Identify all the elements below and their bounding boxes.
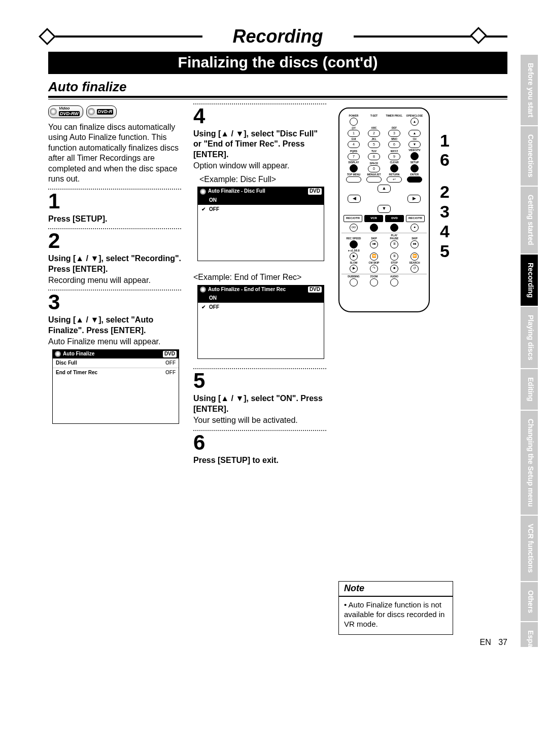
remote-9-button: 9	[388, 153, 400, 160]
osd-key: End of Timer Rec	[56, 370, 159, 376]
remote-navpad: ▲ ▼ ◀ ▶	[344, 185, 425, 213]
callout-3: 3	[440, 202, 450, 222]
side-tab-playing-discs[interactable]: Playing discs	[521, 307, 538, 368]
osd-option-label: OFF	[209, 304, 219, 311]
remote-mode-row: REC/OTR VCR DVD REC/OTR	[344, 215, 425, 222]
remote-label-tset: T-SET	[370, 115, 378, 117]
remote-label-pqrs: PQRS	[350, 150, 357, 153]
remote-play-button: ▶	[350, 253, 358, 261]
side-tab-changing-the-setup-menu[interactable]: Changing the Setup menu	[521, 411, 538, 515]
osd-disc-full: Auto Finalize - Disc Full DVD ON ✔OFF	[197, 187, 324, 261]
side-tab-espa-ol[interactable]: Español	[521, 622, 538, 647]
callout-5: 5	[440, 241, 450, 261]
disc-icon	[88, 108, 95, 115]
remote-label-def: DEF	[392, 127, 397, 129]
left-column: Video DVD-RW DVD-R You can finalize disc…	[48, 103, 181, 635]
remote-down-button: ▼	[378, 205, 391, 213]
example-caption-2: <Example: End of Timer Rec>	[193, 272, 326, 282]
remote-recotr-mode: REC/OTR	[344, 215, 362, 222]
remote-cmskip-button: ↷	[370, 265, 378, 273]
remote-label-dubbing: DUBBING	[348, 275, 359, 278]
remote-power-button	[350, 118, 358, 126]
disc-icon	[200, 189, 206, 195]
disc-icon	[50, 108, 57, 115]
step-divider	[48, 228, 181, 229]
side-tab-before-you-start[interactable]: Before you start	[521, 55, 538, 125]
step-divider	[193, 368, 326, 369]
remote-label-space: SPACE	[370, 162, 379, 165]
osd-option-on: ON	[198, 196, 324, 205]
remote-label-jkl: JKL	[371, 138, 376, 140]
step-divider	[48, 189, 181, 190]
check-icon: ✔	[201, 206, 206, 213]
step-number-6: 6	[193, 432, 326, 453]
remote-stop-button: ■	[390, 265, 398, 273]
osd-option-label: OFF	[209, 206, 219, 213]
side-tab-editing[interactable]: Editing	[521, 369, 538, 409]
remote-openclose-button: ▲	[410, 118, 419, 126]
remote-label-power: POWER	[349, 115, 359, 117]
remote-return-button: ↩	[387, 176, 402, 183]
remote-label-play: PLAY	[391, 234, 398, 237]
step-number-1: 1	[48, 191, 181, 212]
remote-dubbing-button	[350, 278, 358, 286]
badge-sublabel: Video	[59, 106, 80, 111]
step-3-instruction: Using [▲ / ▼], select "Auto Finalize". P…	[48, 315, 181, 336]
remote-label-slow: SLOW	[350, 262, 358, 264]
right-column: POWER T-SET TIMER PROG. OPEN/CLOSE▲ @/!1…	[338, 103, 455, 635]
remote-dvd-mode: DVD	[385, 215, 404, 222]
side-tab-connections[interactable]: Connections	[521, 126, 538, 186]
page-footer: EN 37	[41, 635, 538, 647]
banner-diamond-left	[39, 28, 56, 45]
remote-label-enter: ENTER	[410, 173, 419, 176]
step-4-text: Option window will appear.	[193, 161, 326, 171]
remote-rec-right-button: ●	[410, 224, 419, 232]
remote-rec-dvd-button	[390, 224, 398, 232]
step-1-instruction: Press [SETUP].	[48, 214, 181, 224]
osd-title: Auto Finalize	[63, 351, 94, 357]
remote-audio-button	[390, 278, 398, 286]
osd-badge: DVD	[308, 286, 322, 293]
callout-2: 2	[440, 182, 450, 202]
remote-label-ghi: GHI	[352, 138, 356, 140]
side-tab-others[interactable]: Others	[521, 582, 538, 621]
middle-column: 4 Using [▲ / ▼], select "Disc Full" or "…	[193, 103, 326, 635]
osd-option-off: ✔OFF	[198, 205, 324, 214]
remote-clear-button	[390, 164, 398, 172]
osd-option-on: ON	[198, 294, 324, 303]
remote-pause-button: ⏸	[390, 240, 398, 248]
side-tab-vcr-functions[interactable]: VCR functions	[521, 516, 538, 581]
remote-search-button: ↺	[410, 265, 419, 273]
remote-videotv-button	[410, 152, 419, 160]
remote-0-button: 0	[368, 165, 380, 172]
remote-pause2-button: ⏸	[390, 253, 398, 261]
osd-row: Disc Full OFF	[53, 358, 179, 369]
step-number-5: 5	[193, 370, 326, 391]
remote-3-button: 3	[388, 130, 400, 137]
side-tab-getting-started[interactable]: Getting started	[521, 187, 538, 254]
section-heading: Auto finalize	[48, 79, 538, 95]
remote-label-audio: AUDIO	[390, 275, 398, 278]
footer-lang: EN	[480, 638, 491, 646]
remote-rew-button: ⏪	[370, 253, 378, 261]
section-subtitle: Finalizing the discs (cont'd)	[48, 52, 507, 74]
step-5-text: Your setting will be activated.	[193, 415, 326, 425]
remote-label-x12: ►x1.3/0.8	[348, 249, 359, 252]
remote-2-button: 2	[368, 130, 380, 137]
step-2-text: Recording menu will appear.	[48, 275, 181, 285]
osd-option-label: ON	[209, 197, 217, 204]
remote-label-tuv: TUV	[371, 150, 376, 153]
remote-label-ch: CH	[413, 138, 416, 140]
remote-label-clear: CLEAR	[390, 161, 398, 164]
remote-label-cmskip: CM SKIP	[369, 262, 380, 264]
osd-row: End of Timer Rec OFF	[53, 368, 179, 378]
remote-recspeed-button	[350, 240, 358, 248]
side-tab-recording[interactable]: Recording	[521, 255, 538, 306]
remote-right-button: ▶	[407, 195, 421, 203]
remote-diagram: POWER T-SET TIMER PROG. OPEN/CLOSE▲ @/!1…	[338, 107, 430, 312]
remote-8-button: 8	[368, 153, 380, 160]
osd-badge: DVD	[308, 188, 322, 195]
remote-label-topmenu: TOP MENU	[347, 173, 360, 176]
remote-topmenu-button	[346, 176, 361, 183]
remote-slow-button: ▶	[350, 265, 358, 273]
